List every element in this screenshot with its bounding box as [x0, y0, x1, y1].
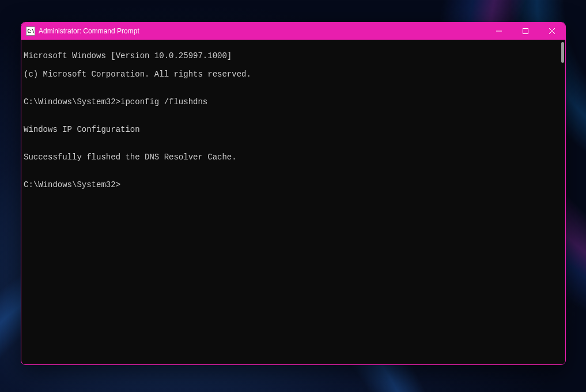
close-icon	[549, 28, 555, 34]
terminal-line: C:\Windows\System32>ipconfig /flushdns	[24, 97, 565, 106]
terminal-prompt: C:\Windows\System32>	[24, 180, 565, 189]
titlebar[interactable]: C:\ Administrator: Command Prompt	[21, 22, 565, 40]
maximize-button[interactable]	[512, 22, 539, 40]
scrollbar-thumb[interactable]	[561, 42, 564, 63]
terminal-line: Microsoft Windows [Version 10.0.25997.10…	[24, 51, 565, 60]
scrollbar-track[interactable]	[558, 40, 565, 364]
minimize-icon	[496, 28, 502, 34]
terminal-output[interactable]: Microsoft Windows [Version 10.0.25997.10…	[21, 40, 565, 364]
minimize-button[interactable]	[486, 22, 512, 40]
maximize-icon	[523, 28, 528, 34]
command-prompt-icon: C:\	[26, 26, 35, 36]
command-prompt-window: C:\ Administrator: Command Prompt Micros…	[21, 22, 566, 365]
terminal-line: (c) Microsoft Corporation. All rights re…	[24, 70, 565, 79]
terminal-line: Successfully flushed the DNS Resolver Ca…	[24, 153, 565, 162]
terminal-line: Windows IP Configuration	[24, 125, 565, 134]
svg-rect-1	[523, 29, 528, 34]
close-button[interactable]	[539, 22, 565, 40]
window-controls	[486, 22, 565, 40]
window-title: Administrator: Command Prompt	[39, 27, 139, 35]
